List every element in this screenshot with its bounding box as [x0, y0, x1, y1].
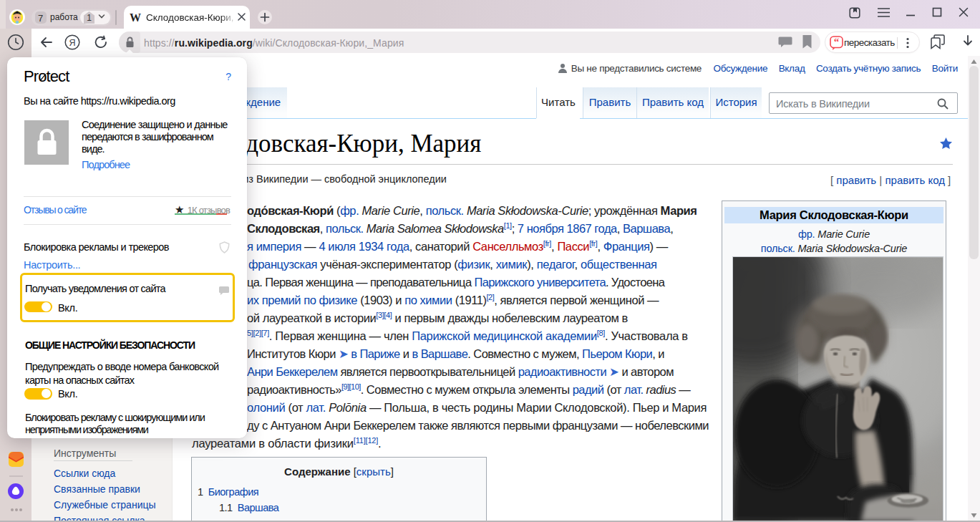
svg-text:Я: Я	[69, 38, 75, 48]
svg-text:“: “	[834, 36, 840, 47]
